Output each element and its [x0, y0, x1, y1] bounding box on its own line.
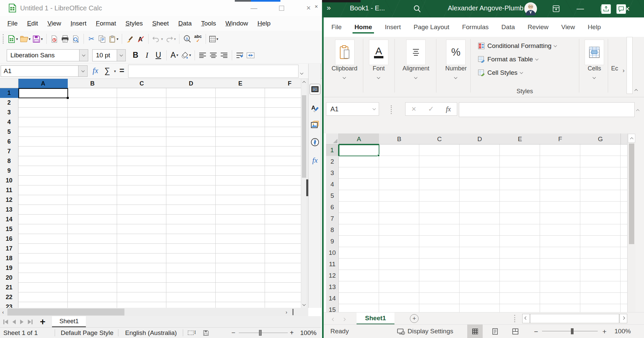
lo-sheet-tab-sheet1[interactable]: Sheet1	[52, 316, 86, 327]
lo-cells-area[interactable]	[18, 88, 301, 308]
account-name[interactable]: Alexander Angove-Plumb	[448, 4, 524, 12]
lo-row-header-7[interactable]: 7	[0, 147, 18, 157]
lo-row-header-21[interactable]: 21	[0, 283, 18, 293]
document-modified-icon[interactable]	[203, 330, 209, 338]
lo-fill-handle[interactable]	[67, 97, 69, 99]
formula-bar-grip[interactable]	[391, 105, 392, 114]
scroll-down-arrow[interactable]	[301, 302, 307, 308]
xl-column-header-F[interactable]: F	[540, 133, 581, 145]
font-name-combobox[interactable]: Liberation Sans	[7, 49, 88, 61]
lo-close-button[interactable]: ×	[303, 3, 314, 13]
zoom-in-button[interactable]: +	[602, 328, 606, 336]
scroll-right-arrow[interactable]	[620, 314, 627, 323]
lo-menu-view[interactable]: View	[43, 18, 66, 29]
xl-tab-page-layout[interactable]: Page Layout	[413, 19, 450, 36]
xl-select-all-corner[interactable]	[326, 133, 339, 145]
lo-row-header-5[interactable]: 5	[0, 127, 18, 137]
xl-row-header-9[interactable]: 9	[326, 236, 339, 247]
xl-row-header-7[interactable]: 7	[326, 213, 339, 225]
lo-menu-format[interactable]: Format	[91, 18, 121, 29]
open-button[interactable]: ▾	[19, 32, 32, 46]
lo-row-header-8[interactable]: 8	[0, 156, 18, 166]
lo-column-header-B[interactable]: B	[68, 79, 117, 88]
xl-titlebar[interactable]: » Book1 - E... Alexander Angove-Plumb — …	[322, 0, 644, 17]
xl-tab-insert[interactable]: Insert	[384, 19, 401, 36]
previous-sheet-button[interactable]	[12, 320, 16, 324]
lo-row-header-20[interactable]: 20	[0, 273, 18, 283]
italic-button[interactable]: I	[141, 51, 153, 60]
search-icon[interactable]	[413, 5, 421, 14]
xl-column-header-E[interactable]: E	[500, 133, 540, 145]
normal-view-button[interactable]	[467, 325, 483, 338]
xl-row-header-13[interactable]: 13	[326, 281, 339, 293]
borders-dropdown-arrow[interactable]: ▾	[216, 37, 218, 41]
lo-row-header-11[interactable]: 11	[0, 185, 18, 195]
lo-menu-insert[interactable]: Insert	[66, 18, 91, 29]
sum-icon[interactable]: ∑	[104, 66, 110, 75]
xl-row-header-8[interactable]: 8	[326, 224, 339, 236]
xl-row-header-15[interactable]: 15	[326, 304, 339, 312]
cancel-button[interactable]: ×	[412, 104, 416, 114]
align-center-button[interactable]	[208, 49, 219, 62]
lo-row-header-6[interactable]: 6	[0, 137, 18, 147]
xl-tab-review[interactable]: Review	[527, 19, 549, 36]
xl-minimize-button[interactable]: —	[574, 3, 586, 14]
xl-tab-data[interactable]: Data	[501, 19, 516, 36]
quick-access-overflow-button[interactable]: »	[327, 4, 331, 12]
number-group-chevron[interactable]	[454, 74, 457, 80]
borders-button[interactable]: ▾	[208, 32, 219, 46]
align-left-button[interactable]	[197, 49, 208, 62]
lo-menu-edit[interactable]: Edit	[22, 18, 43, 29]
open-dropdown-arrow[interactable]: ▾	[29, 37, 31, 41]
undo-dropdown-arrow[interactable]: ▾	[161, 37, 163, 41]
cut-button[interactable]: ✂	[86, 32, 97, 46]
clone-formatting-button[interactable]	[124, 32, 135, 46]
font-name-value[interactable]: Liberation Sans	[7, 49, 79, 61]
lo-selected-cell-A1[interactable]	[18, 88, 68, 98]
number-big-button[interactable]: %	[446, 40, 466, 65]
redo-button[interactable]: ▾	[164, 32, 177, 46]
lo-spreadsheet-grid[interactable]: ABCDEF1234567891011121314151617181920212…	[0, 79, 301, 308]
zoom-slider-thumb[interactable]	[259, 330, 262, 336]
zoom-out-button[interactable]: −	[534, 328, 538, 336]
xl-horizontal-scrollbar[interactable]	[530, 314, 619, 323]
lo-row-header-1[interactable]: 1	[0, 88, 18, 98]
scroll-up-arrow[interactable]	[628, 134, 635, 143]
xl-tab-view[interactable]: View	[560, 19, 576, 36]
paste-big-button[interactable]	[335, 40, 355, 65]
xl-name-box[interactable]: A1	[326, 102, 379, 116]
xl-row-header-6[interactable]: 6	[326, 202, 339, 213]
lo-menu-styles[interactable]: Styles	[121, 18, 148, 29]
selection-mode-icon[interactable]	[188, 331, 194, 335]
lo-row-header-12[interactable]: 12	[0, 195, 18, 205]
lo-menu-window[interactable]: Window	[221, 18, 253, 29]
ribbon-display-options-button[interactable]	[550, 3, 562, 14]
xl-formula-input[interactable]	[459, 102, 635, 117]
save-button[interactable]: ▾	[32, 32, 44, 46]
paste-button[interactable]: ▾	[108, 32, 120, 46]
xl-row-header-4[interactable]: 4	[326, 179, 339, 190]
paste-dropdown-arrow[interactable]: ▾	[117, 37, 119, 41]
lo-row-header-9[interactable]: 9	[0, 166, 18, 176]
lo-menu-data[interactable]: Data	[173, 18, 196, 29]
save-dropdown-arrow[interactable]: ▾	[41, 37, 43, 41]
xl-selected-cell-A1[interactable]	[339, 145, 379, 156]
xl-vscroll-thumb[interactable]	[629, 144, 634, 244]
add-sheet-button[interactable]: +	[40, 317, 45, 327]
font-color-button[interactable]: A▾	[169, 49, 180, 62]
xl-name-box-value[interactable]: A1	[330, 105, 338, 113]
zoom-level-value[interactable]: 100%	[300, 329, 317, 337]
xl-row-header-14[interactable]: 14	[326, 293, 339, 304]
xl-tab-help[interactable]: Help	[587, 19, 601, 36]
new-document-button[interactable]: ▾	[7, 32, 19, 46]
next-sheet-button[interactable]	[343, 316, 345, 322]
lo-row-header-13[interactable]: 13	[0, 205, 18, 215]
zoom-slider-thumb[interactable]	[571, 328, 574, 334]
lo-row-header-3[interactable]: 3	[0, 108, 18, 118]
alignment-group-chevron[interactable]	[415, 74, 417, 80]
lo-column-header-E[interactable]: E	[216, 79, 265, 88]
lo-split-handle[interactable]	[292, 309, 293, 315]
font-big-button[interactable]: A	[369, 40, 388, 65]
toolbar-grip[interactable]	[3, 34, 4, 44]
lo-select-all-corner[interactable]	[0, 79, 18, 88]
